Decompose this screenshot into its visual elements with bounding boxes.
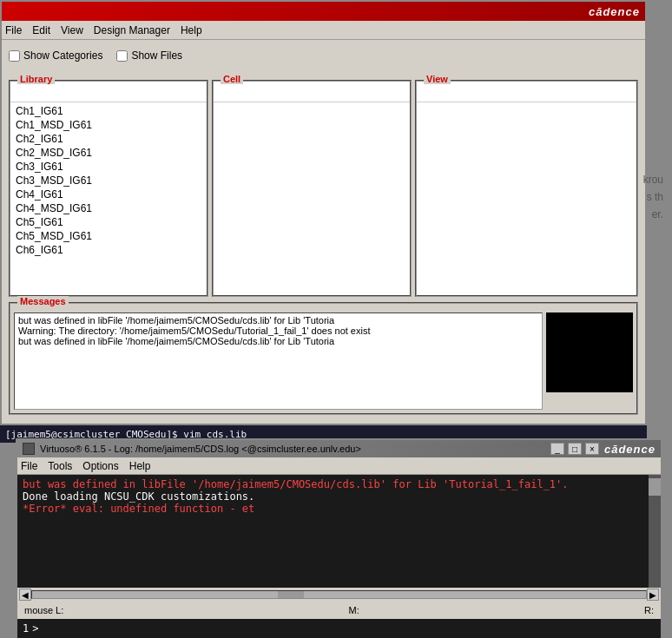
main-menu-bar: File Edit View Design Manager Help xyxy=(2,21,645,40)
cadence-brand: cādence xyxy=(589,5,640,18)
menu-view[interactable]: View xyxy=(61,24,83,36)
vim-window: Virtuoso® 6.1.5 - Log: /home/jaimem5/CDS… xyxy=(16,438,662,636)
bg-text-krou: krou xyxy=(643,174,663,186)
show-categories-label: Show Categories xyxy=(23,49,102,62)
vim-content-area: but was defined in libFile '/home/jaimem… xyxy=(17,475,661,588)
messages-label: Messages xyxy=(17,296,69,306)
vim-cmd-line[interactable]: 1 > xyxy=(17,619,661,638)
messages-black-box xyxy=(546,312,633,392)
cell-search-input[interactable] xyxy=(214,82,410,102)
view-list-inner xyxy=(417,102,636,106)
vim-m-label: M: xyxy=(349,605,359,615)
vim-cmd-prompt: > xyxy=(32,622,38,635)
vim-menu-help[interactable]: Help xyxy=(129,460,151,472)
vim-menu-file[interactable]: File xyxy=(21,460,37,472)
view-panel-label: View xyxy=(424,74,451,84)
list-item[interactable]: Ch4_MSD_IG61 xyxy=(14,201,203,215)
main-toolbar: Show Categories Show Files xyxy=(2,40,645,71)
vim-h-scroll-thumb[interactable] xyxy=(278,591,304,598)
list-item[interactable]: Ch1_MSD_IG61 xyxy=(14,118,203,132)
view-search[interactable] xyxy=(417,82,636,102)
menu-edit[interactable]: Edit xyxy=(32,24,50,36)
main-title-bar: cādence xyxy=(2,2,645,21)
vim-window-controls: _ □ × xyxy=(550,443,599,455)
show-files-label: Show Files xyxy=(131,49,182,62)
vim-text-content: but was defined in libFile '/home/jaimem… xyxy=(17,475,649,588)
messages-text[interactable]: but was defined in libFile '/home/jaimem… xyxy=(14,312,543,410)
vim-close-button[interactable]: × xyxy=(585,443,599,455)
main-window: cādence File Edit View Design Manager He… xyxy=(0,0,647,425)
bg-text-th: s th xyxy=(647,191,663,203)
library-panel-label: Library xyxy=(17,74,55,84)
vim-menu-tools[interactable]: Tools xyxy=(48,460,72,472)
messages-content: but was defined in libFile '/home/jaimem… xyxy=(10,309,636,413)
vim-scroll-left[interactable]: ◀ xyxy=(19,589,31,601)
list-item[interactable]: Ch4_IG61 xyxy=(14,187,203,201)
vim-title-left: Virtuoso® 6.1.5 - Log: /home/jaimem5/CDS… xyxy=(23,443,361,455)
vim-scrollbar[interactable] xyxy=(649,475,661,588)
cell-search[interactable] xyxy=(214,82,410,102)
cell-panel: Cell xyxy=(212,80,412,297)
menu-design-manager[interactable]: Design Manager xyxy=(94,24,170,36)
vim-title-text: Virtuoso® 6.1.5 - Log: /home/jaimem5/CDS… xyxy=(40,444,361,454)
vim-horizontal-scroll[interactable]: ◀ ▶ xyxy=(17,588,661,602)
vim-scroll-right[interactable]: ▶ xyxy=(647,589,659,601)
menu-file[interactable]: File xyxy=(5,24,22,36)
vim-menu-bar: File Tools Options Help xyxy=(17,457,661,475)
list-item[interactable]: Ch1_IG61 xyxy=(14,104,203,118)
cell-list[interactable] xyxy=(214,102,410,295)
list-item[interactable]: Ch2_IG61 xyxy=(14,132,203,146)
view-panel: View xyxy=(415,80,638,297)
vim-line-number: 1 xyxy=(23,622,29,635)
list-item[interactable]: Ch6_IG61 xyxy=(14,243,203,257)
vim-app-icon xyxy=(23,443,35,455)
view-list[interactable] xyxy=(417,102,636,295)
library-search[interactable] xyxy=(10,82,207,102)
vim-mouse-l-label: mouse L: xyxy=(24,605,63,615)
vim-menu-options[interactable]: Options xyxy=(82,460,118,472)
list-item[interactable]: Ch3_MSD_IG61 xyxy=(14,174,203,187)
show-files-checkbox[interactable] xyxy=(116,50,128,62)
show-categories-group: Show Categories xyxy=(9,49,102,62)
library-search-input[interactable] xyxy=(10,82,207,102)
panels-area: Library Ch1_IG61Ch1_MSD_IG61Ch2_IG61Ch2_… xyxy=(2,71,645,297)
cell-list-inner xyxy=(214,102,410,106)
vim-minimize-button[interactable]: _ xyxy=(550,443,564,455)
vim-title-bar: Virtuoso® 6.1.5 - Log: /home/jaimem5/CDS… xyxy=(17,440,661,457)
show-categories-checkbox[interactable] xyxy=(9,50,20,62)
show-files-group: Show Files xyxy=(116,49,182,62)
library-list[interactable]: Ch1_IG61Ch1_MSD_IG61Ch2_IG61Ch2_MSD_IG61… xyxy=(10,102,207,295)
cell-panel-label: Cell xyxy=(221,74,243,84)
library-list-inner: Ch1_IG61Ch1_MSD_IG61Ch2_IG61Ch2_MSD_IG61… xyxy=(10,102,207,259)
vim-maximize-button[interactable]: □ xyxy=(568,443,582,455)
vim-r-label: R: xyxy=(644,605,654,615)
library-panel: Library Ch1_IG61Ch1_MSD_IG61Ch2_IG61Ch2_… xyxy=(9,80,208,297)
view-search-input[interactable] xyxy=(417,82,636,102)
vim-scroll-thumb[interactable] xyxy=(649,478,661,496)
list-item[interactable]: Ch5_MSD_IG61 xyxy=(14,229,203,243)
vim-cadence-brand: cādence xyxy=(604,443,656,456)
menu-help[interactable]: Help xyxy=(181,24,202,36)
vim-mode-bar: mouse L: M: R: xyxy=(17,602,661,619)
vim-scroll-track[interactable] xyxy=(31,590,647,599)
list-item[interactable]: Ch2_MSD_IG61 xyxy=(14,146,203,160)
bg-text-er: er. xyxy=(652,208,663,220)
list-item[interactable]: Ch5_IG61 xyxy=(14,215,203,229)
messages-area: Messages but was defined in libFile '/ho… xyxy=(9,302,638,415)
list-item[interactable]: Ch3_IG61 xyxy=(14,160,203,174)
